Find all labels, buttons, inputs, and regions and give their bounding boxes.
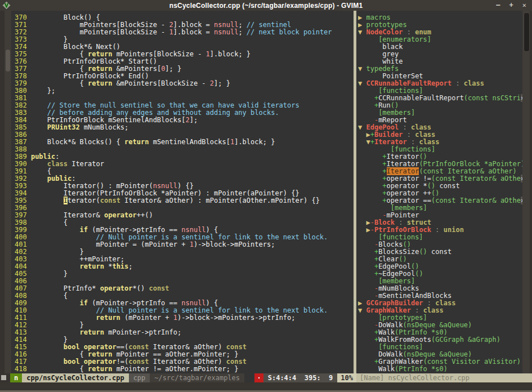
code-line[interactable]: 405 }	[15, 270, 332, 278]
text-token	[358, 358, 374, 366]
text-token: mPointer	[387, 211, 419, 219]
text-token	[358, 262, 374, 270]
text-token: (PtrInfoOrBlock *aPointer)	[419, 160, 522, 168]
text-token: :	[403, 131, 415, 139]
text-token	[31, 175, 47, 182]
line-number: 400	[15, 233, 31, 241]
text-token: black	[358, 43, 403, 51]
text-token: {	[31, 350, 88, 358]
text-token: class	[47, 160, 68, 168]
gvim-window: nsCycleCollector.cpp (~/src/tagbar/examp…	[0, 0, 532, 392]
text-token: // Null pointer is a sentinel for link t…	[31, 306, 328, 314]
left-scrollbar-thumb[interactable]	[6, 50, 10, 72]
line-number: 403	[15, 255, 31, 263]
line-number: 382	[15, 101, 31, 109]
line-number: 394	[15, 189, 31, 197]
text-token: Iterator&	[31, 211, 104, 219]
text-token: Walk	[378, 365, 395, 373]
line-number: 406	[15, 277, 31, 285]
text-token: Iterator	[68, 160, 104, 168]
code-editor[interactable]: 370 Block() {371 mPointers[BlockSize - 2…	[11, 11, 354, 373]
right-scrollbar-thumb[interactable]	[524, 12, 530, 52]
line-number: 380	[15, 87, 31, 95]
text-token: return	[88, 365, 112, 373]
code-line[interactable]: 385 PRUint32 mNumBlocks;	[15, 124, 332, 131]
text-token: PtrInfo*	[31, 284, 100, 292]
text-token: }	[31, 35, 68, 43]
text-token: // sentinel	[247, 21, 291, 29]
text-token: EdgePool	[378, 262, 411, 270]
fold-arrow-icon: ▼	[358, 65, 366, 73]
text-token	[358, 87, 378, 95]
line-number: 379	[15, 79, 31, 87]
text-token: // next block pointer	[247, 28, 332, 36]
text-token: mPointer->ptrInfo;	[104, 328, 181, 336]
text-token: [functions]	[391, 145, 435, 153]
window-title: nsCycleCollector.cpp (~/src/tagbar/examp…	[0, 2, 532, 10]
text-token	[31, 343, 64, 351]
text-token: }	[31, 270, 68, 278]
text-token: // Null pointer is a sentinel for link t…	[31, 233, 328, 241]
text-token	[358, 153, 382, 161]
text-token: this	[112, 262, 128, 270]
line-number: 408	[15, 292, 31, 300]
filetype-segment: cpp	[129, 373, 150, 382]
text-token: [members]	[378, 109, 415, 117]
code-line[interactable]: 380 };	[15, 87, 332, 95]
line-number: 414	[15, 336, 31, 344]
code-line[interactable]: 395 Iterator(const Iterator& aOther) : m…	[15, 197, 332, 204]
text-token: GraphWalker	[378, 358, 423, 366]
text-token	[31, 299, 80, 307]
fold-arrow-icon: ▶	[366, 219, 370, 226]
text-token: const	[100, 197, 120, 204]
text-token: ()	[391, 101, 399, 109]
text-token	[358, 255, 374, 263]
line-number: 402	[15, 248, 31, 256]
text-token: };	[31, 87, 55, 95]
maximize-button[interactable]: +	[509, 0, 513, 11]
line-number: 376	[15, 57, 31, 65]
text-token	[358, 270, 374, 278]
code-line[interactable]: 379 { return &mPointers[BlockSize - 2]; …	[15, 80, 332, 87]
text-token: ()	[419, 153, 427, 161]
code-line[interactable]: 390 class Iterator	[15, 161, 332, 168]
visibility-public-icon: +	[382, 167, 386, 175]
line-number: 407	[15, 284, 31, 292]
visibility-public-icon: +	[382, 153, 386, 161]
line-number: 397	[15, 211, 31, 219]
line-number: 391	[15, 167, 31, 175]
cursor-position-segment: S:4:4:4 395: 9	[263, 373, 338, 382]
close-button[interactable]: ✕	[522, 0, 526, 11]
text-token	[358, 226, 366, 234]
line-number: 405	[15, 270, 31, 278]
text-token: const	[128, 358, 149, 366]
code-line[interactable]: 418 { return mPointer != aOther.mPointer…	[15, 366, 332, 373]
tagbar-sidebar[interactable]: ▶ macros▶ prototypes▼ NodeColor : enum […	[356, 11, 522, 373]
text-token: PtrInfoOrBlock	[374, 226, 431, 234]
text-token: terator(	[68, 197, 100, 204]
left-scrollbar[interactable]	[5, 11, 11, 373]
line-number: 412	[15, 321, 31, 329]
line-number: 396	[15, 204, 31, 212]
code-line[interactable]: 388	[15, 146, 332, 153]
text-token: mPointer != aOther.mPointer; }	[112, 365, 238, 373]
text-token	[358, 182, 382, 190]
text-token	[358, 328, 374, 336]
text-token	[358, 292, 374, 300]
text-token: class	[415, 131, 435, 139]
text-token: nsnull	[181, 226, 205, 234]
text-token: mSentinelAndBlocks	[378, 292, 451, 300]
text-token: (PtrInfo *s0)	[395, 365, 448, 373]
line-number: 399	[15, 226, 31, 234]
minimize-button[interactable]: –	[496, 0, 500, 11]
line-number: 418	[15, 365, 31, 373]
text-token: [prototypes]	[378, 314, 427, 322]
text-token: NodeColor	[366, 28, 403, 36]
tagbar-row[interactable]: Walk(PtrInfo *s0)	[358, 366, 522, 373]
code-line[interactable]: 387 Block*& Blocks() { return mSentinelA…	[15, 139, 332, 146]
text-token: {	[31, 219, 68, 226]
right-scrollbar[interactable]	[522, 11, 530, 373]
text-token: mPointer == aOther.mPointer; }	[112, 350, 238, 358]
text-token: [members]	[391, 204, 427, 212]
text-token	[358, 94, 374, 102]
